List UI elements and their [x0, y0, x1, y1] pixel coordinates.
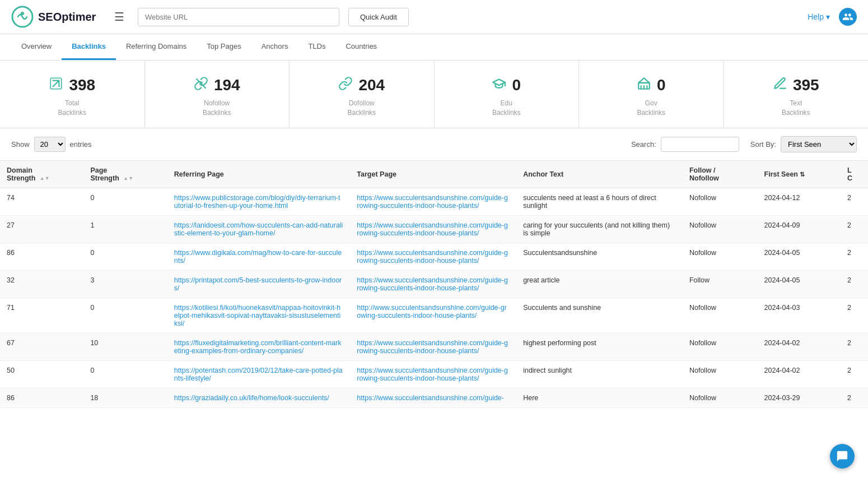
cell-page-strength: 0 [83, 243, 167, 270]
quick-audit-button[interactable]: Quick Audit [348, 8, 409, 26]
dofollow-label: DofollowBacklinks [347, 99, 376, 118]
col-header-page-strength[interactable]: PageStrength ▲▼ [83, 160, 167, 188]
table-controls: Show 10 20 50 100 entries Search: Sort B… [0, 128, 868, 160]
entries-label: entries [70, 140, 92, 149]
col-header-anchor-text: Anchor Text [516, 160, 683, 188]
cell-target-page[interactable]: http://www.succulentsandsunshine.com/gui… [350, 298, 516, 333]
col-header-first-seen[interactable]: First Seen ⇅ [758, 160, 841, 188]
cell-page-strength: 1 [83, 215, 167, 243]
col-header-lc: LC [841, 160, 868, 188]
table-row: 32 3 https://printapot.com/5-best-succul… [0, 270, 868, 298]
cell-domain-strength: 50 [0, 360, 83, 388]
cell-page-strength: 0 [83, 188, 167, 215]
cell-lc: 2 [841, 298, 868, 333]
table-row: 27 1 https://lanidoesit.com/how-succulen… [0, 215, 868, 243]
logo-icon [11, 6, 34, 28]
tab-countries[interactable]: Countries [335, 34, 387, 60]
tab-referring-domains[interactable]: Referring Domains [116, 34, 197, 60]
nofollow-number: 194 [214, 76, 240, 94]
col-header-target-page: Target Page [350, 160, 516, 188]
url-input[interactable] [138, 8, 339, 26]
tab-top-pages[interactable]: Top Pages [197, 34, 251, 60]
cell-page-strength: 3 [83, 270, 167, 298]
cell-domain-strength: 74 [0, 188, 83, 215]
cell-domain-strength: 86 [0, 243, 83, 270]
cell-first-seen: 2024-04-05 [758, 270, 841, 298]
cell-first-seen: 2024-04-02 [758, 360, 841, 388]
table-header-row: DomainStrength ▲▼ PageStrength ▲▼ Referr… [0, 160, 868, 188]
edu-number: 0 [512, 76, 521, 94]
cell-follow: Nofollow [683, 388, 758, 407]
cell-target-page[interactable]: https://www.succulentsandsunshine.com/gu… [350, 270, 516, 298]
cell-referring-page[interactable]: https://potentash.com/2019/02/12/take-ca… [167, 360, 351, 388]
backlinks-table: DomainStrength ▲▼ PageStrength ▲▼ Referr… [0, 160, 868, 408]
table-row: 71 0 https://kotiliesi.fi/koti/huonekasv… [0, 298, 868, 333]
cell-page-strength: 0 [83, 298, 167, 333]
table-row: 67 10 https://fluxedigitalmarketing.com/… [0, 333, 868, 360]
hamburger-icon[interactable]: ☰ [110, 8, 129, 26]
cell-anchor-text: indirect sunlight [516, 360, 683, 388]
text-backlinks-icon [773, 76, 787, 94]
cell-lc: 2 [841, 188, 868, 215]
table-row: 86 18 https://graziadaily.co.uk/life/hom… [0, 388, 868, 407]
svg-line-3 [196, 78, 206, 88]
nofollow-backlinks-icon [194, 76, 208, 94]
gov-number: 0 [657, 76, 666, 94]
cell-referring-page[interactable]: https://fluxedigitalmarketing.com/brilli… [167, 333, 351, 360]
tab-anchors[interactable]: Anchors [251, 34, 298, 60]
tab-overview[interactable]: Overview [11, 34, 62, 60]
tab-tlds[interactable]: TLDs [298, 34, 335, 60]
cell-domain-strength: 67 [0, 333, 83, 360]
cell-page-strength: 0 [83, 360, 167, 388]
table-row: 86 0 https://www.digikala.com/mag/how-to… [0, 243, 868, 270]
cell-target-page[interactable]: https://www.succulentsandsunshine.com/gu… [350, 333, 516, 360]
table-row: 74 0 https://www.publicstorage.com/blog/… [0, 188, 868, 215]
stats-row: 398 TotalBacklinks 194 NofollowBacklinks [0, 61, 868, 128]
cell-referring-page[interactable]: https://kotiliesi.fi/koti/huonekasvit/na… [167, 298, 351, 333]
users-icon[interactable] [839, 8, 857, 26]
dofollow-backlinks-icon [338, 76, 353, 94]
search-input[interactable] [661, 137, 739, 152]
cell-target-page[interactable]: https://www.succulentsandsunshine.com/gu… [350, 388, 516, 407]
cell-anchor-text: Succulents and sunshine [516, 298, 683, 333]
cell-referring-page[interactable]: https://www.digikala.com/mag/how-to-care… [167, 243, 351, 270]
cell-target-page[interactable]: https://www.succulentsandsunshine.com/gu… [350, 360, 516, 388]
gov-label: GovBacklinks [637, 99, 665, 118]
cell-follow: Follow [683, 270, 758, 298]
search-label: Search: [631, 140, 656, 149]
svg-point-1 [21, 12, 24, 15]
cell-referring-page[interactable]: https://graziadaily.co.uk/life/home/look… [167, 388, 351, 407]
stat-dofollow-backlinks: 204 DofollowBacklinks [290, 61, 435, 128]
cell-target-page[interactable]: https://www.succulentsandsunshine.com/gu… [350, 215, 516, 243]
cell-follow: Nofollow [683, 215, 758, 243]
cell-target-page[interactable]: https://www.succulentsandsunshine.com/gu… [350, 188, 516, 215]
cell-page-strength: 18 [83, 388, 167, 407]
cell-first-seen: 2024-04-03 [758, 298, 841, 333]
entries-select[interactable]: 10 20 50 100 [34, 137, 66, 152]
header-right: Help ▾ [808, 8, 857, 26]
cell-referring-page[interactable]: https://www.publicstorage.com/blog/diy/d… [167, 188, 351, 215]
cell-lc: 2 [841, 243, 868, 270]
header: SEOptimer ☰ Quick Audit Help ▾ [0, 0, 868, 34]
cell-lc: 2 [841, 215, 868, 243]
search-area: Search: Sort By: First Seen Domain Stren… [631, 136, 857, 152]
tab-backlinks[interactable]: Backlinks [62, 34, 116, 60]
help-button[interactable]: Help ▾ [808, 12, 830, 21]
total-backlinks-icon [49, 76, 63, 94]
cell-referring-page[interactable]: https://lanidoesit.com/how-succulents-ca… [167, 215, 351, 243]
cell-page-strength: 10 [83, 333, 167, 360]
sort-select[interactable]: First Seen Domain Strength Page Strength [781, 136, 857, 152]
col-header-domain-strength[interactable]: DomainStrength ▲▼ [0, 160, 83, 188]
cell-target-page[interactable]: https://www.succulentsandsunshine.com/gu… [350, 243, 516, 270]
cell-follow: Nofollow [683, 243, 758, 270]
logo-text: SEOptimer [38, 11, 96, 24]
stat-edu-backlinks: 0 EduBacklinks [435, 61, 580, 128]
cell-anchor-text: Here [516, 388, 683, 407]
nav-tabs: Overview Backlinks Referring Domains Top… [0, 34, 868, 61]
cell-lc: 2 [841, 333, 868, 360]
cell-referring-page[interactable]: https://printapot.com/5-best-succulents-… [167, 270, 351, 298]
stat-nofollow-backlinks: 194 NofollowBacklinks [145, 61, 290, 128]
cell-lc: 2 [841, 388, 868, 407]
gov-backlinks-icon [637, 76, 651, 94]
nofollow-label: NofollowBacklinks [203, 99, 231, 118]
